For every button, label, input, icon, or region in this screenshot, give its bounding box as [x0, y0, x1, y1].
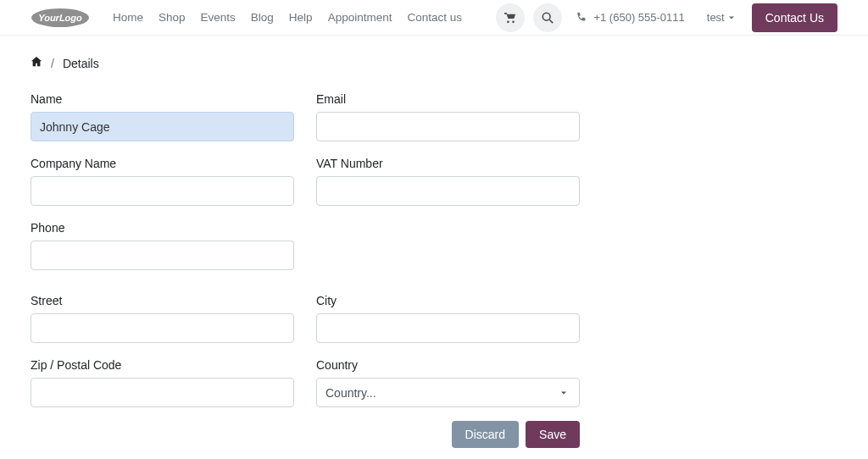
zip-input[interactable] [31, 378, 294, 407]
main-nav: Home Shop Events Blog Help Appointment C… [105, 6, 470, 29]
breadcrumb-home[interactable] [31, 56, 42, 70]
home-icon [31, 56, 42, 68]
cart-button[interactable] [496, 3, 525, 32]
form-container: Name Email Company Name VAT Number Phone… [0, 86, 610, 448]
header: YourLogo Home Shop Events Blog Help Appo… [0, 0, 868, 36]
street-label: Street [31, 294, 294, 307]
phone-input[interactable] [31, 241, 294, 270]
contact-us-button[interactable]: Contact Us [752, 3, 837, 32]
phone-number: +1 (650) 555-0111 [593, 11, 684, 24]
zip-label: Zip / Postal Code [31, 358, 294, 372]
discard-button[interactable]: Discard [452, 421, 519, 448]
phone-icon [576, 12, 587, 23]
svg-line-3 [550, 19, 554, 23]
vat-input[interactable] [316, 176, 580, 206]
nav-contact[interactable]: Contact us [399, 6, 470, 29]
email-label: Email [316, 92, 580, 106]
header-right: +1 (650) 555-0111 test Contact Us [496, 3, 837, 32]
search-button[interactable] [533, 3, 562, 32]
breadcrumb: / Details [0, 36, 868, 86]
svg-point-2 [543, 13, 551, 20]
name-input[interactable] [31, 112, 294, 141]
cart-icon [504, 12, 516, 24]
phone-link[interactable]: +1 (650) 555-0111 [570, 11, 689, 24]
nav-appointment[interactable]: Appointment [320, 6, 400, 29]
logo[interactable]: YourLogo [31, 8, 90, 28]
city-label: City [316, 294, 580, 307]
nav-events[interactable]: Events [193, 6, 243, 29]
country-select[interactable]: Country... [316, 378, 580, 407]
company-input[interactable] [31, 176, 294, 206]
name-label: Name [31, 92, 294, 106]
vat-label: VAT Number [316, 157, 580, 170]
save-button[interactable]: Save [526, 421, 580, 448]
nav-home[interactable]: Home [105, 6, 151, 29]
svg-text:YourLogo: YourLogo [38, 13, 82, 23]
phone-label: Phone [31, 221, 294, 235]
user-menu[interactable]: test [698, 11, 743, 24]
city-input[interactable] [316, 313, 580, 343]
nav-help[interactable]: Help [281, 6, 320, 29]
search-icon [542, 12, 554, 24]
form-actions: Discard Save [31, 421, 580, 448]
caret-down-icon [728, 14, 735, 21]
nav-blog[interactable]: Blog [243, 6, 281, 29]
breadcrumb-current: Details [63, 57, 99, 70]
country-label: Country [316, 358, 580, 372]
breadcrumb-separator: / [51, 57, 54, 70]
logo-image: YourLogo [31, 8, 90, 28]
email-input[interactable] [316, 112, 580, 141]
nav-shop[interactable]: Shop [151, 6, 193, 29]
user-name: test [707, 11, 725, 24]
company-label: Company Name [31, 157, 294, 170]
street-input[interactable] [31, 313, 294, 343]
